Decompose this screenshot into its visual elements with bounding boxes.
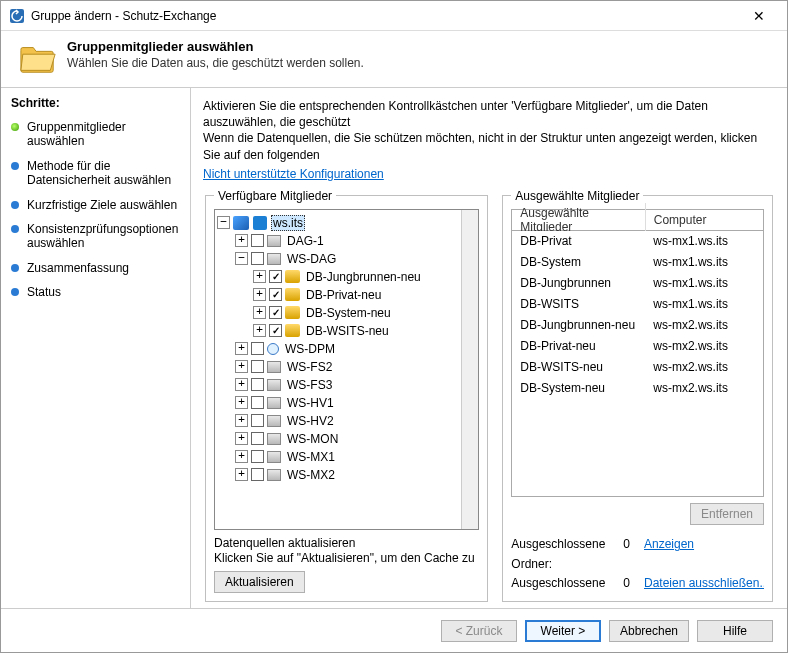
header-text: Gruppenmitglieder auswählen Wählen Sie d… bbox=[67, 39, 364, 70]
exclude-files-link[interactable]: Dateien ausschließen... bbox=[644, 574, 764, 593]
table-row[interactable]: DB-Jungbrunnenws-mx1.ws.its bbox=[512, 273, 763, 294]
table-row[interactable]: DB-WSITS-neuws-mx2.ws.its bbox=[512, 357, 763, 378]
dialog-window: Gruppe ändern - Schutz-Exchange ✕ Gruppe… bbox=[0, 0, 788, 653]
header-heading: Gruppenmitglieder auswählen bbox=[67, 39, 253, 54]
selected-members-group: Ausgewählte Mitglieder Ausgewählte Mitgl… bbox=[502, 189, 773, 602]
unsupported-config-link[interactable]: Nicht unterstützte Konfigurationen bbox=[203, 167, 775, 181]
tree-ws-dpm[interactable]: +WS-DPM bbox=[217, 340, 476, 358]
table-row[interactable]: DB-Jungbrunnen-neuws-mx2.ws.its bbox=[512, 315, 763, 336]
window-title: Gruppe ändern - Schutz-Exchange bbox=[31, 9, 739, 23]
step-select-members[interactable]: Gruppenmitglieder auswählen bbox=[11, 120, 180, 149]
tree-ws-mx2[interactable]: +WS-MX2 bbox=[217, 466, 476, 484]
tree-ws-hv1[interactable]: +WS-HV1 bbox=[217, 394, 476, 412]
main-pane: Aktivieren Sie die entsprechenden Kontro… bbox=[191, 88, 787, 608]
step-short-term[interactable]: Kurzfristige Ziele auswählen bbox=[11, 198, 180, 212]
excluded-files-count: 0 bbox=[616, 574, 644, 593]
available-legend: Verfügbare Mitglieder bbox=[214, 189, 336, 203]
tree-root[interactable]: −ws.its bbox=[217, 214, 476, 232]
tree-ws-mon[interactable]: +WS-MON bbox=[217, 430, 476, 448]
tree-dag1[interactable]: +DAG-1 bbox=[217, 232, 476, 250]
tree-db-jungbrunnen-neu[interactable]: +DB-Jungbrunnen-neu bbox=[217, 268, 476, 286]
remove-button[interactable]: Entfernen bbox=[690, 503, 764, 525]
refresh-button[interactable]: Aktualisieren bbox=[214, 571, 305, 593]
excluded-section: Ausgeschlossene Ordner: 0 Anzeigen Ausge… bbox=[511, 535, 764, 593]
cancel-button[interactable]: Abbrechen bbox=[609, 620, 689, 642]
header-sub: Wählen Sie die Daten aus, die geschützt … bbox=[67, 56, 364, 70]
next-button[interactable]: Weiter > bbox=[525, 620, 601, 642]
table-header[interactable]: Ausgewählte Mitglieder Computer bbox=[511, 209, 764, 231]
step-consistency[interactable]: Konsistenzprüfungsoptionen auswählen bbox=[11, 222, 180, 251]
table-row[interactable]: DB-Systemws-mx1.ws.its bbox=[512, 252, 763, 273]
table-row[interactable]: DB-Privat-neuws-mx2.ws.its bbox=[512, 336, 763, 357]
refresh-sub: Klicken Sie auf "Aktualisieren", um den … bbox=[214, 551, 479, 567]
tree-db-wsits-neu[interactable]: +DB-WSITS-neu bbox=[217, 322, 476, 340]
steps-title: Schritte: bbox=[11, 96, 180, 110]
instruction-line-2: Wenn die Datenquellen, die Sie schützen … bbox=[203, 130, 775, 162]
tree-wsdag[interactable]: −WS-DAG bbox=[217, 250, 476, 268]
step-status[interactable]: Status bbox=[11, 285, 180, 299]
tree-ws-mx1[interactable]: +WS-MX1 bbox=[217, 448, 476, 466]
tree-view[interactable]: −ws.its +DAG-1 −WS-DAG +DB-Jungbrunnen-n… bbox=[214, 209, 479, 530]
tree-ws-hv2[interactable]: +WS-HV2 bbox=[217, 412, 476, 430]
app-icon bbox=[9, 8, 25, 24]
titlebar: Gruppe ändern - Schutz-Exchange ✕ bbox=[1, 1, 787, 31]
tree-db-system-neu[interactable]: +DB-System-neu bbox=[217, 304, 476, 322]
refresh-heading: Datenquellen aktualisieren bbox=[214, 536, 479, 552]
selected-legend: Ausgewählte Mitglieder bbox=[511, 189, 643, 203]
steps-pane: Schritte: Gruppenmitglieder auswählen Me… bbox=[1, 88, 191, 608]
back-button[interactable]: < Zurück bbox=[441, 620, 517, 642]
col-computer[interactable]: Computer bbox=[646, 210, 763, 230]
excluded-folders-label: Ausgeschlossene Ordner: bbox=[511, 535, 616, 573]
wizard-footer: < Zurück Weiter > Abbrechen Hilfe bbox=[1, 608, 787, 652]
tree-db-privat-neu[interactable]: +DB-Privat-neu bbox=[217, 286, 476, 304]
tree-ws-fs3[interactable]: +WS-FS3 bbox=[217, 376, 476, 394]
show-excluded-folders-link[interactable]: Anzeigen bbox=[644, 535, 764, 573]
table-body[interactable]: DB-Privatws-mx1.ws.itsDB-Systemws-mx1.ws… bbox=[511, 231, 764, 498]
table-row[interactable]: DB-System-neuws-mx2.ws.its bbox=[512, 378, 763, 399]
instruction-line-1: Aktivieren Sie die entsprechenden Kontro… bbox=[203, 98, 775, 130]
step-method[interactable]: Methode für die Datensicherheit auswähle… bbox=[11, 159, 180, 188]
excluded-folders-count: 0 bbox=[616, 535, 644, 573]
folder-icon bbox=[19, 41, 57, 75]
table-row[interactable]: DB-Privatws-mx1.ws.its bbox=[512, 231, 763, 252]
excluded-files-label: Ausgeschlossene bbox=[511, 574, 616, 593]
help-button[interactable]: Hilfe bbox=[697, 620, 773, 642]
close-icon[interactable]: ✕ bbox=[739, 8, 779, 24]
wizard-header: Gruppenmitglieder auswählen Wählen Sie d… bbox=[1, 31, 787, 87]
available-members-group: Verfügbare Mitglieder −ws.its +DAG-1 −WS… bbox=[205, 189, 488, 602]
tree-ws-fs2[interactable]: +WS-FS2 bbox=[217, 358, 476, 376]
table-row[interactable]: DB-WSITSws-mx1.ws.its bbox=[512, 294, 763, 315]
step-summary[interactable]: Zusammenfassung bbox=[11, 261, 180, 275]
refresh-section: Datenquellen aktualisieren Klicken Sie a… bbox=[214, 536, 479, 593]
